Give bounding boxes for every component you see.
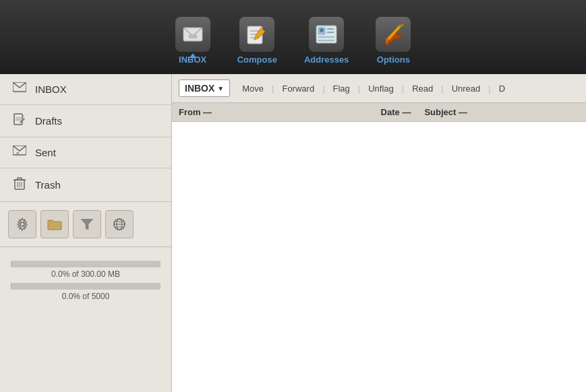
- folder-button[interactable]: [40, 210, 69, 238]
- svg-point-32: [20, 222, 24, 226]
- toolbar-compose[interactable]: Compose: [237, 17, 277, 65]
- toolbar-options-label: Options: [377, 55, 410, 65]
- column-from[interactable]: From —: [179, 107, 334, 117]
- sidebar-item-inbox[interactable]: INBOX: [0, 74, 171, 105]
- divider-4: |: [401, 84, 405, 94]
- email-list-header: From — Date — Subject —: [172, 103, 586, 122]
- divider-5: |: [440, 84, 444, 94]
- trash-icon: [12, 176, 27, 193]
- sidebar-sent-label: Sent: [35, 147, 56, 158]
- addresses-icon: [309, 17, 344, 52]
- email-list-body: [172, 122, 586, 392]
- column-date-label: Date —: [381, 107, 411, 117]
- sidebar-toolbar: [0, 202, 171, 247]
- inbox-icon: [175, 17, 210, 52]
- storage-bar-2-container: 0.0% of 5000: [11, 283, 160, 301]
- column-from-label: From —: [179, 107, 212, 117]
- content-area: INBOX ▼ Move | Forward | Flag | Unflag |…: [172, 74, 586, 392]
- toolbar-options[interactable]: Options: [376, 17, 411, 65]
- flag-button[interactable]: Flag: [326, 81, 357, 96]
- sidebar: INBOX Drafts Sent Trash: [0, 74, 172, 392]
- column-subject-label: Subject —: [424, 107, 467, 117]
- action-bar: INBOX ▼ Move | Forward | Flag | Unflag |…: [172, 74, 586, 103]
- storage-bar-1-container: 0.0% of 300.00 MB: [11, 261, 160, 279]
- inbox-icon: [12, 82, 27, 96]
- toolbar-compose-label: Compose: [237, 55, 277, 65]
- inbox-arrow: [189, 53, 196, 58]
- sidebar-drafts-label: Drafts: [35, 115, 62, 127]
- svg-line-15: [400, 25, 403, 26]
- delete-button[interactable]: D: [492, 81, 512, 96]
- toolbar-addresses[interactable]: Addresses: [304, 17, 349, 65]
- sidebar-item-sent[interactable]: Sent: [0, 137, 171, 168]
- top-toolbar: INBOX Compose: [0, 0, 586, 74]
- globe-button[interactable]: [105, 210, 134, 238]
- settings-button[interactable]: [8, 210, 36, 238]
- svg-point-9: [320, 28, 324, 32]
- storage-bar-1: [11, 261, 160, 267]
- storage-bar-1-label: 0.0% of 300.00 MB: [11, 269, 160, 279]
- sent-icon: [12, 145, 27, 160]
- forward-button[interactable]: Forward: [275, 81, 321, 96]
- options-icon: [376, 17, 411, 52]
- main-layout: INBOX Drafts Sent Trash: [0, 74, 586, 392]
- unflag-button[interactable]: Unflag: [361, 81, 401, 96]
- svg-rect-18: [14, 114, 22, 125]
- storage-section: 0.0% of 300.00 MB 0.0% of 5000: [0, 247, 171, 308]
- drafts-icon: [12, 113, 27, 129]
- toolbar-addresses-label: Addresses: [304, 55, 349, 65]
- toolbar-inbox[interactable]: INBOX: [175, 17, 210, 65]
- column-date[interactable]: Date —: [334, 107, 425, 117]
- move-button[interactable]: Move: [235, 81, 270, 96]
- storage-bar-2: [11, 283, 160, 290]
- divider-1: |: [270, 84, 275, 94]
- divider-3: |: [357, 84, 361, 94]
- read-button[interactable]: Read: [405, 81, 440, 96]
- unread-button[interactable]: Unread: [445, 81, 488, 96]
- svg-marker-33: [81, 219, 93, 230]
- folder-select[interactable]: INBOX ▼: [179, 79, 230, 97]
- divider-6: |: [487, 84, 492, 94]
- filter-button[interactable]: [73, 210, 101, 238]
- storage-bar-2-label: 0.0% of 5000: [11, 292, 160, 301]
- divider-2: |: [321, 84, 326, 94]
- compose-icon: [239, 17, 274, 52]
- dropdown-arrow-icon: ▼: [217, 85, 224, 92]
- sidebar-inbox-label: INBOX: [35, 84, 67, 95]
- folder-select-label: INBOX: [185, 83, 214, 94]
- sidebar-item-trash[interactable]: Trash: [0, 168, 171, 202]
- column-subject[interactable]: Subject —: [424, 107, 579, 117]
- sidebar-item-drafts[interactable]: Drafts: [0, 105, 171, 137]
- sidebar-trash-label: Trash: [35, 179, 61, 191]
- svg-rect-1: [189, 34, 197, 38]
